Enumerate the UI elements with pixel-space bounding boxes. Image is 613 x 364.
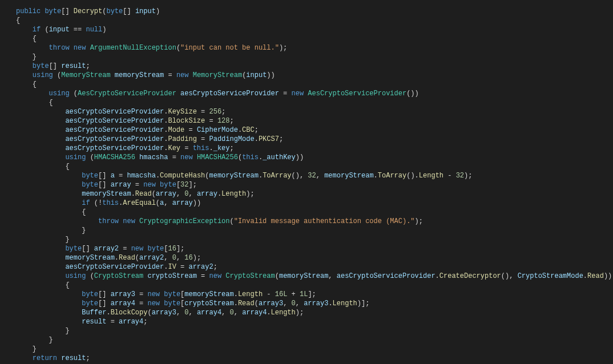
prop-key: Key [168,144,180,152]
type-aesprovider: AesCryptoServiceProvider [78,90,176,98]
method-areequal: AreEqual [123,199,156,207]
prop-padding: Padding [168,135,196,143]
kw-this: this [193,144,209,152]
type-memorystream: MemoryStream [61,71,110,79]
method-createdecryptor: CreateDecryptor [439,272,501,280]
prop-keysize: KeySize [168,108,196,116]
field-key: _key [213,144,230,152]
type-cryptostream: CryptoStream [94,272,143,280]
kw-null: null [86,26,102,34]
type-cryptoex: CryptographicException [139,217,229,225]
var-array3: array3 [111,290,135,298]
method-decrypt: Decrypt [74,7,102,15]
code-block: public byte[] Decrypt(byte[] input) { if… [0,0,613,364]
prop-mode: Mode [168,126,184,134]
prop-blocksize: BlockSize [168,117,205,125]
type-argnullex: ArgumentNullException [90,44,176,52]
method-read: Read [135,190,152,198]
kw-if: if [33,26,41,34]
method-blockcopy: BlockCopy [111,309,148,317]
kw-public: public [16,7,41,15]
str-mac: "Invalid message authentication code (MA… [234,217,415,225]
type-buffer: Buffer [82,309,106,317]
field-authkey: _authKey [263,153,296,161]
kw-return: return [33,354,57,362]
var-array2: array2 [94,245,119,253]
param-input: input [135,7,156,15]
kw-new: new [74,44,86,52]
var-result: result [61,62,86,70]
var-array: array [111,181,131,189]
kw-byte: byte [45,7,61,15]
method-computehash: ComputeHash [160,172,205,180]
var-array4: array4 [111,300,135,308]
kw-throw: throw [49,44,70,52]
str-input-null: "input can not be null." [180,44,279,52]
var-a: a [111,172,115,180]
prop-iv: IV [168,263,176,271]
type-hmacsha256: HMACSHA256 [94,153,135,161]
kw-using: using [33,71,53,79]
